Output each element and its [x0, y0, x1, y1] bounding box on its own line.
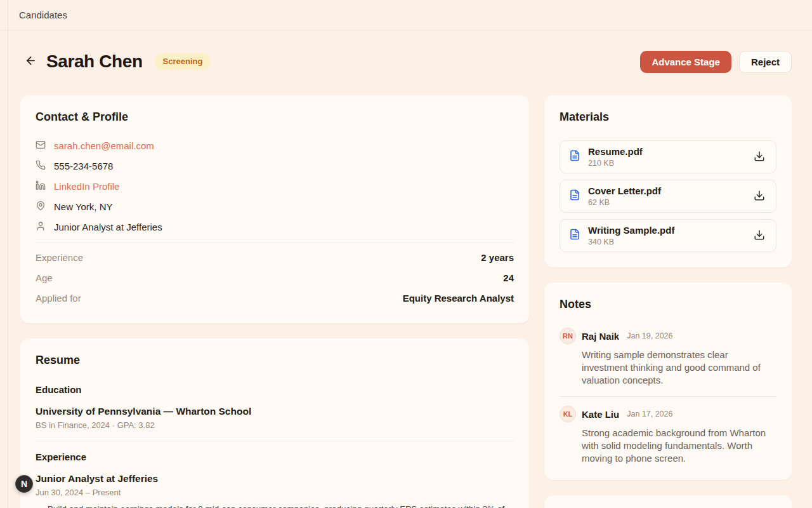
back-button[interactable] [20, 51, 41, 72]
location-row: New York, NY [36, 196, 514, 217]
download-icon [754, 190, 765, 203]
breadcrumb[interactable]: Candidates [19, 10, 67, 20]
resume-card-title: Resume [36, 354, 514, 367]
file-text-icon [569, 189, 580, 203]
field-value: 2 years [481, 252, 514, 263]
phone-icon [36, 160, 46, 172]
top-bar: Candidates [0, 0, 812, 30]
field-label: Applied for [36, 293, 81, 304]
candidate-header: Sarah Chen Screening Advance Stage Rejec… [20, 48, 792, 76]
file-size: 340 KB [588, 237, 674, 246]
file-item-resume[interactable]: Resume.pdf 210 KB [560, 140, 776, 173]
file-meta: Cover Letter.pdf 62 KB [588, 185, 661, 207]
field-row-applied-for: Applied for Equity Research Analyst [36, 288, 514, 308]
email-link[interactable]: sarah.chen@email.com [54, 140, 154, 151]
current-role-value: Junior Analyst at Jefferies [54, 222, 162, 232]
location-value: New York, NY [54, 201, 113, 212]
resume-divider [36, 441, 514, 441]
reject-button[interactable]: Reject [739, 51, 792, 73]
job-title: Junior Analyst at Jefferies [36, 472, 514, 485]
linkedin-row: LinkedIn Profile [36, 176, 514, 196]
mail-icon [36, 140, 46, 152]
job-dates: Jun 30, 2024 – Present [36, 488, 514, 497]
map-pin-icon [36, 201, 46, 213]
file-meta: Writing Sample.pdf 340 KB [588, 225, 674, 246]
phone-value: 555-234-5678 [54, 161, 113, 171]
file-text-icon [569, 150, 580, 164]
linkedin-icon [36, 180, 46, 192]
current-role-row: Junior Analyst at Jefferies [36, 217, 514, 237]
field-value: 24 [503, 272, 514, 283]
field-row-experience: Experience 2 years [36, 247, 514, 267]
right-column: Materials Resume.pdf 210 KB [544, 95, 792, 508]
note-author: Raj Naik [582, 331, 619, 342]
job-bullets: Build and maintain earnings models for 8… [36, 503, 514, 508]
email-row: sarah.chen@email.com [36, 135, 514, 156]
download-icon [754, 150, 765, 164]
notes-card-title: Notes [560, 298, 776, 311]
avatar: RN [560, 328, 576, 344]
stage-badge: Screening [155, 53, 211, 70]
note-item: KL Kate Liu Jan 17, 2026 Strong academic… [560, 406, 776, 465]
field-row-age: Age 24 [36, 267, 514, 288]
phone-row: 555-234-5678 [36, 156, 514, 176]
contact-divider [36, 243, 514, 243]
notes-divider [560, 396, 776, 397]
experience-heading: Experience [36, 451, 514, 462]
materials-card: Materials Resume.pdf 210 KB [544, 95, 792, 267]
file-item-writing-sample[interactable]: Writing Sample.pdf 340 KB [560, 219, 776, 252]
file-size: 62 KB [588, 198, 661, 207]
materials-card-title: Materials [560, 110, 776, 124]
field-label: Experience [36, 252, 83, 263]
file-text-icon [569, 229, 580, 243]
advance-stage-button[interactable]: Advance Stage [640, 51, 731, 73]
dev-tools-badge[interactable]: N [15, 475, 33, 493]
education-heading: Education [36, 384, 514, 395]
job-bullet: Build and maintain earnings models for 8… [48, 503, 514, 508]
left-column: Contact & Profile sarah.chen@email.com 5… [20, 95, 529, 508]
field-value: Equity Research Analyst [403, 293, 514, 304]
collapsed-sidebar-rail [0, 0, 8, 508]
download-button[interactable] [754, 229, 765, 243]
resume-card: Resume Education University of Pennsylva… [20, 338, 529, 508]
file-name: Cover Letter.pdf [588, 185, 661, 197]
arrow-left-icon [25, 55, 37, 69]
note-text: Strong academic background from Wharton … [582, 427, 776, 465]
candidate-detail-page: Sarah Chen Screening Advance Stage Rejec… [0, 48, 812, 508]
education-school: University of Pennsylvania — Wharton Sch… [36, 404, 514, 418]
education-detail: BS in Finance, 2024 · GPA: 3.82 [36, 420, 514, 430]
content-grid: Contact & Profile sarah.chen@email.com 5… [20, 95, 792, 508]
note-header: RN Raj Naik Jan 19, 2026 [560, 328, 776, 344]
download-button[interactable] [754, 190, 765, 203]
file-name: Writing Sample.pdf [588, 225, 674, 236]
note-date: Jan 17, 2026 [627, 410, 672, 418]
user-icon [36, 221, 46, 233]
file-name: Resume.pdf [588, 146, 643, 157]
download-icon [754, 229, 765, 243]
contact-card-title: Contact & Profile [36, 110, 514, 124]
file-meta: Resume.pdf 210 KB [588, 146, 643, 168]
note-header: KL Kate Liu Jan 17, 2026 [560, 406, 776, 422]
activity-card: Activity [544, 495, 792, 508]
note-text: Writing sample demonstrates clear invest… [582, 349, 776, 387]
note-author: Kate Liu [582, 409, 619, 420]
file-size: 210 KB [588, 159, 643, 168]
note-item: RN Raj Naik Jan 19, 2026 Writing sample … [560, 328, 776, 387]
contact-profile-card: Contact & Profile sarah.chen@email.com 5… [20, 95, 529, 323]
avatar: KL [560, 406, 576, 422]
page-title: Sarah Chen [46, 53, 143, 70]
linkedin-link[interactable]: LinkedIn Profile [54, 181, 119, 192]
download-button[interactable] [754, 150, 765, 164]
notes-card: Notes RN Raj Naik Jan 19, 2026 Writing s… [544, 283, 792, 480]
field-label: Age [36, 272, 53, 283]
file-item-cover-letter[interactable]: Cover Letter.pdf 62 KB [560, 180, 776, 213]
note-date: Jan 19, 2026 [627, 331, 672, 340]
